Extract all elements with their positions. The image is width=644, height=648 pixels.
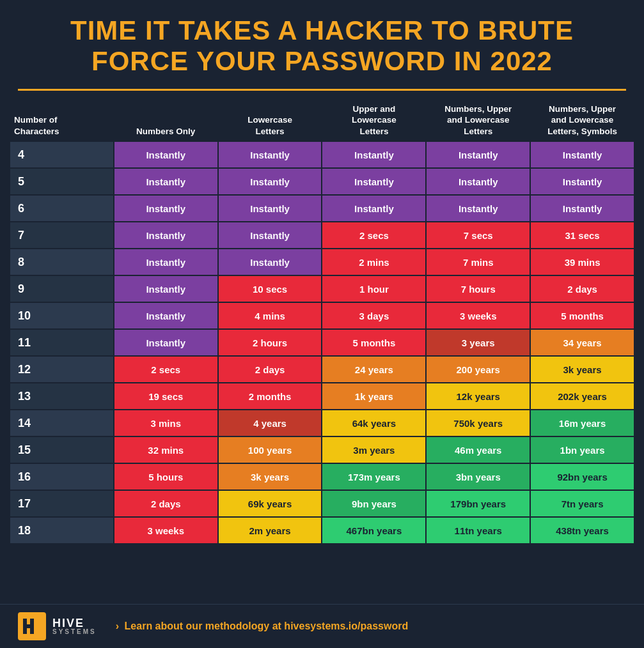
logo-hive: HIVE (52, 617, 97, 629)
cell-value: 10 secs (219, 276, 322, 302)
cell-value: Instantly (114, 330, 217, 355)
cell-value: 100 years (219, 437, 322, 463)
title-year: 2022 (491, 46, 553, 76)
table-row: 165 hours3k years173m years3bn years92bn… (10, 464, 634, 490)
cell-value: 16m years (531, 410, 634, 436)
cell-value: 3bn years (427, 464, 530, 490)
header: TIME IT TAKES A HACKER TO BRUTE FORCE YO… (0, 0, 644, 82)
cell-value: 11tn years (427, 518, 530, 543)
cell-value: Instantly (427, 142, 530, 167)
char-count: 15 (10, 437, 113, 463)
char-count: 5 (10, 169, 113, 194)
table-row: 1319 secs2 months1k years12k years202k y… (10, 383, 634, 409)
cell-value: 3k years (531, 357, 634, 382)
cell-value: 3 days (322, 303, 425, 328)
cell-value: 9bn years (322, 491, 425, 516)
cell-value: 64k years (322, 410, 425, 436)
cell-value: 3 mins (114, 410, 217, 436)
cell-value: 179bn years (427, 491, 530, 516)
cell-value: 19 secs (114, 383, 217, 409)
cell-value: 69k years (219, 491, 322, 516)
col-header-chars: Number ofCharacters (10, 100, 113, 141)
cell-value: Instantly (114, 169, 217, 194)
table-row: 1532 mins100 years3m years46m years1bn y… (10, 437, 634, 463)
cell-value: 1k years (322, 383, 425, 409)
cell-value: Instantly (114, 303, 217, 328)
cell-value: Instantly (219, 196, 322, 221)
char-count: 9 (10, 276, 113, 302)
cell-value: 32 mins (114, 437, 217, 463)
char-count: 8 (10, 249, 113, 275)
cell-value: 173m years (322, 464, 425, 490)
cell-value: 467bn years (322, 518, 425, 543)
cell-value: Instantly (531, 169, 634, 194)
cell-value: Instantly (219, 169, 322, 194)
cell-value: 31 secs (531, 222, 634, 248)
cell-value: 4 years (219, 410, 322, 436)
table-row: 9Instantly10 secs1 hour7 hours2 days (10, 276, 634, 302)
char-count: 14 (10, 410, 113, 436)
cell-value: Instantly (322, 142, 425, 167)
col-header-upper-lower: Upper andLowercaseLetters (322, 100, 425, 141)
table-row: 183 weeks2m years467bn years11tn years43… (10, 518, 634, 543)
cell-value: Instantly (219, 249, 322, 275)
cell-value: 3m years (322, 437, 425, 463)
cell-value: 7 mins (427, 249, 530, 275)
footer: HIVE SYSTEMS › Learn about our methodolo… (0, 604, 644, 648)
cell-value: 4 mins (219, 303, 322, 328)
cell-value: 5 months (322, 330, 425, 355)
cell-value: 2 hours (219, 330, 322, 355)
table-container: Number ofCharacters Numbers Only Lowerca… (0, 91, 644, 599)
cell-value: Instantly (219, 142, 322, 167)
cell-value: Instantly (531, 142, 634, 167)
cell-value: 3k years (219, 464, 322, 490)
char-count: 17 (10, 491, 113, 516)
cell-value: 2 months (219, 383, 322, 409)
footer-logo-text: HIVE SYSTEMS (52, 617, 97, 635)
cell-value: 2 mins (322, 249, 425, 275)
table-header-row: Number ofCharacters Numbers Only Lowerca… (10, 100, 634, 141)
cell-value: 7 secs (427, 222, 530, 248)
cell-value: 3 weeks (427, 303, 530, 328)
cell-value: Instantly (322, 196, 425, 221)
cell-value: 5 hours (114, 464, 217, 490)
cell-value: 1bn years (531, 437, 634, 463)
table-row: 6InstantlyInstantlyInstantlyInstantlyIns… (10, 196, 634, 221)
char-count: 7 (10, 222, 113, 248)
col-header-numbers-upper-lower: Numbers, Upperand LowercaseLetters (427, 100, 530, 141)
char-count: 16 (10, 464, 113, 490)
char-count: 11 (10, 330, 113, 355)
cell-value: Instantly (114, 196, 217, 221)
char-count: 10 (10, 303, 113, 328)
char-count: 18 (10, 518, 113, 543)
table-row: 172 days69k years9bn years179bn years7tn… (10, 491, 634, 516)
table-row: 7InstantlyInstantly2 secs7 secs31 secs (10, 222, 634, 248)
cell-value: 24 years (322, 357, 425, 382)
cell-value: 202k years (531, 383, 634, 409)
cell-value: 5 months (531, 303, 634, 328)
cell-value: 2m years (219, 518, 322, 543)
cell-value: 3 years (427, 330, 530, 355)
logo-systems: SYSTEMS (52, 629, 97, 635)
cell-value: 2 days (114, 491, 217, 516)
cell-value: 39 mins (531, 249, 634, 275)
cell-value: 34 years (531, 330, 634, 355)
char-count: 13 (10, 383, 113, 409)
footer-link-url: hivesystems.io/password (284, 621, 408, 631)
cell-value: Instantly (427, 169, 530, 194)
cell-value: Instantly (114, 142, 217, 167)
cell-value: 750k years (427, 410, 530, 436)
col-header-numbers: Numbers Only (114, 100, 217, 141)
col-header-lowercase: LowercaseLetters (219, 100, 322, 141)
cell-value: 2 secs (114, 357, 217, 382)
footer-link-prefix: Learn about our methodology at (125, 621, 285, 631)
hive-logo-icon (18, 612, 46, 640)
cell-value: 92bn years (531, 464, 634, 490)
footer-link[interactable]: › Learn about our methodology at hivesys… (116, 621, 408, 632)
table-row: 143 mins4 years64k years750k years16m ye… (10, 410, 634, 436)
cell-value: 3 weeks (114, 518, 217, 543)
table-row: 8InstantlyInstantly2 mins7 mins39 mins (10, 249, 634, 275)
cell-value: Instantly (322, 169, 425, 194)
cell-value: Instantly (114, 249, 217, 275)
cell-value: 7 hours (427, 276, 530, 302)
